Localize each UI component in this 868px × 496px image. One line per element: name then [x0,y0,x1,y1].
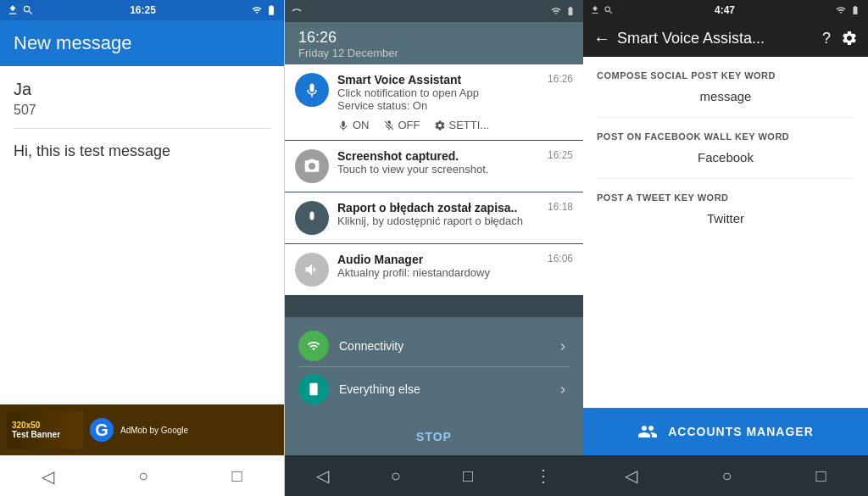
notif-nav-recent[interactable]: □ [463,466,473,486]
sva-help-icon[interactable]: ? [822,30,831,47]
notif-action-settings[interactable]: SETTI... [434,119,490,131]
admob-label: AdMob by Google [120,426,188,435]
panel-notifications: 16:26 Friday 12 December Smart Voice Ass… [285,0,583,496]
qs-connectivity-arrow [556,338,570,354]
notif-card-audio[interactable]: Audio Manager 16:06 Aktualny profil: nie… [285,244,583,295]
status-icons-left [7,4,34,16]
stop-label: STOP [416,430,452,443]
notif-subtitle-raport: Kliknij, by udostępnić raport o błędach [337,215,573,227]
notif-icon-audio [295,253,329,287]
sms-number: 507 [14,103,270,118]
notif-time-audio: 16:06 [548,253,573,266]
sva-back-button[interactable]: ← [593,29,610,48]
qs-connectivity[interactable]: Connectivity [298,326,570,367]
notif-status-sva: Service status: On [337,99,573,112]
qs-phone-icon [298,374,329,404]
notif-title-audio: Audio Manager [337,253,423,266]
sva-section-twitter: POST A TWEET KEY WORD Twitter [597,192,854,239]
off-label: OFF [398,119,420,131]
accounts-bar[interactable]: ACCOUNTS MANAGER [583,408,868,455]
notif-status-icons-left [292,3,302,19]
notif-subtitle-screenshot: Touch to view your screenshot. [337,163,573,176]
notif-status-icons-right [551,6,576,16]
stop-bar[interactable]: STOP [285,418,583,455]
sva-compose-label: COMPOSE SOCIAL POST KEY WORD [597,70,854,81]
notif-header-sva: Smart Voice Assistant 16:26 Click notifi… [295,73,573,112]
sva-twitter-value[interactable]: Twitter [597,211,854,226]
sva-nav-home[interactable]: ○ [721,466,732,486]
nav-back[interactable]: ◁ [42,466,54,487]
notif-title-sva: Smart Voice Assistant [337,73,461,86]
notif-card-screenshot[interactable]: Screenshot captured. 16:25 Touch to view… [285,141,583,192]
accounts-icon [637,421,658,442]
notif-status-bar [285,0,583,22]
notif-date-bar: 16:26 Friday 12 December [285,22,583,64]
panel-sva: 4:47 ← Smart Voice Assista... ? COMPOSE … [583,0,868,496]
sms-status-bar: 16:25 [0,0,284,20]
notif-subtitle-audio: Aktualny profil: niestandardowy [337,266,573,279]
sva-header-icons: ? [822,30,858,47]
notif-icon-sva [295,73,329,107]
notif-header-raport: Raport o błędach został zapisa.. 16:18 K… [295,201,573,235]
notifications-list: Smart Voice Assistant 16:26 Click notifi… [285,64,583,317]
sva-facebook-value[interactable]: Facebook [597,150,854,164]
qs-connectivity-label: Connectivity [339,339,546,353]
notif-time-screenshot: 16:25 [548,149,573,163]
sva-nav-recent[interactable]: □ [815,466,826,486]
qs-everything-arrow [556,382,570,397]
notif-card-sva[interactable]: Smart Voice Assistant 16:26 Click notifi… [285,64,583,140]
notif-action-on[interactable]: ON [337,119,370,131]
notif-title-screenshot: Screenshot captured. [337,149,459,163]
notif-date: Friday 12 December [298,47,570,59]
sms-status-time: 16:25 [130,4,156,16]
notif-subtitle-sva: Click notification to open App [337,86,573,99]
sva-compose-value[interactable]: message [597,89,854,103]
notif-title-raport: Raport o błędach został zapisa.. [337,201,517,215]
notif-nav-bar: ◁ ○ □ ⋮ [285,455,583,496]
qs-everything-else[interactable]: Everything else [298,369,570,410]
notif-nav-back[interactable]: ◁ [316,465,329,486]
notif-text-audio: Audio Manager 16:06 Aktualny profil: nie… [337,253,573,279]
sva-twitter-label: POST A TWEET KEY WORD [597,192,854,203]
notif-time-sva: 16:26 [548,73,573,86]
sms-recipient: Ja [14,80,270,99]
notif-text-screenshot: Screenshot captured. 16:25 Touch to view… [337,149,573,176]
sms-header-title: New message [14,32,131,54]
notif-time-raport: 16:18 [548,201,573,215]
settings-label: SETTI... [449,119,490,131]
ad-line1: 320x50 [12,421,40,430]
notif-card-raport[interactable]: Raport o błędach został zapisa.. 16:18 K… [285,192,583,243]
notif-header-audio: Audio Manager 16:06 Aktualny profil: nie… [295,253,573,287]
notif-time: 16:26 [298,29,570,47]
notif-icon-raport [295,201,329,235]
sva-nav-back[interactable]: ◁ [625,465,637,486]
sva-title: Smart Voice Assista... [617,30,815,47]
qs-wifi-icon [298,331,329,361]
notif-nav-home[interactable]: ○ [391,466,401,486]
notif-icon-screenshot [295,149,329,183]
notif-text-sva: Smart Voice Assistant 16:26 Click notifi… [337,73,573,112]
nav-home[interactable]: ○ [138,466,148,486]
sms-content: Ja 507 Hi, this is test message [0,66,284,404]
sva-section-facebook: POST ON FACEBOOK WALL KEY WORD Facebook [597,131,854,179]
nav-recent[interactable]: □ [232,466,242,486]
sva-content: COMPOSE SOCIAL POST KEY WORD message POS… [583,57,868,408]
notif-action-off[interactable]: OFF [383,119,420,131]
ad-line2: Test Banner [12,430,60,439]
sva-settings-icon[interactable] [841,30,858,47]
notif-header-screenshot: Screenshot captured. 16:25 Touch to view… [295,149,573,183]
sms-nav-bar: ◁ ○ □ [0,455,284,496]
sva-status-icons-left [590,5,614,15]
qs-everything-label: Everything else [339,382,546,396]
sva-section-compose: COMPOSE SOCIAL POST KEY WORD message [597,70,854,118]
sms-header: New message [0,20,284,66]
notif-actions-sva: ON OFF SETTI... [337,119,573,131]
quick-settings: Connectivity Everything else [285,317,583,418]
sva-status-time: 4:47 [715,4,735,16]
notif-nav-menu[interactable]: ⋮ [535,465,552,486]
ad-banner[interactable]: 320x50 Test Banner G AdMob by Google [0,404,284,455]
sms-body: Hi, this is test message [14,142,270,160]
ad-box: 320x50 Test Banner [7,411,83,449]
notif-text-raport: Raport o błędach został zapisa.. 16:18 K… [337,201,573,227]
accounts-label: ACCOUNTS MANAGER [668,425,814,438]
